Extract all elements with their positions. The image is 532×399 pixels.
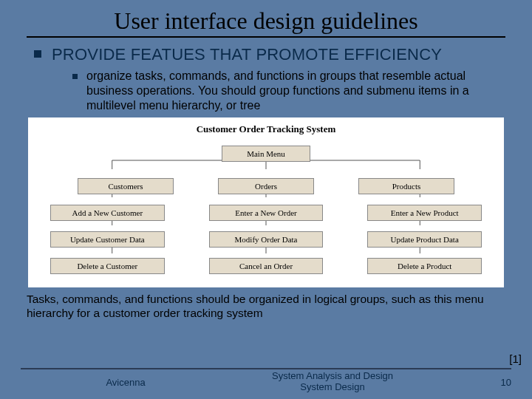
- bullet2-text: organize tasks, commands, and functions …: [86, 69, 482, 113]
- node-orders: Orders: [218, 178, 314, 194]
- title-underline: [27, 36, 505, 38]
- bullet1-text: PROVIDE FEATUES THAT PROMOTE EFFICIENCY: [52, 45, 442, 64]
- menu-hierarchy-diagram: Customer Order Tracking System Main Menu…: [28, 117, 504, 287]
- diagram-caption: Tasks, commands, and functions should be…: [27, 292, 505, 321]
- square-bullet-small-icon: [72, 74, 78, 79]
- square-bullet-icon: [34, 50, 41, 58]
- node-enter-order: Enter a New Order: [209, 205, 324, 221]
- node-delete-customer: Delete a Customer: [50, 258, 165, 274]
- slide-footer: Avicenna System Analysis and Design Syst…: [0, 371, 532, 393]
- diagram-title: Customer Order Tracking System: [28, 123, 504, 135]
- reference-marker: [1]: [509, 352, 522, 365]
- node-products: Products: [358, 178, 454, 194]
- footer-author: Avicenna: [0, 377, 192, 388]
- node-enter-product: Enter a New Product: [367, 205, 482, 221]
- node-cancel-order: Cancel an Order: [209, 258, 324, 274]
- footer-rule: [21, 368, 511, 369]
- footer-page-number: 10: [473, 377, 532, 388]
- slide: User interface design guidelines PROVIDE…: [0, 0, 532, 399]
- node-add-customer: Add a New Customer: [50, 205, 165, 221]
- footer-course-line1: System Analysis and Design: [192, 371, 473, 382]
- node-update-product: Update Product Data: [367, 231, 482, 248]
- slide-title: User interface design guidelines: [50, 7, 482, 35]
- footer-center: System Analysis and Design System Design: [192, 371, 473, 393]
- bullet-level1: PROVIDE FEATUES THAT PROMOTE EFFICIENCY: [34, 45, 511, 64]
- node-delete-product: Delete a Product: [367, 258, 482, 274]
- footer-course-line2: System Design: [192, 382, 473, 393]
- bullet-level2: organize tasks, commands, and functions …: [72, 69, 482, 113]
- node-main-menu: Main Menu: [222, 146, 310, 162]
- node-update-customer: Update Customer Data: [50, 231, 165, 248]
- node-modify-order: Modify Order Data: [209, 231, 324, 248]
- node-customers: Customers: [78, 178, 174, 194]
